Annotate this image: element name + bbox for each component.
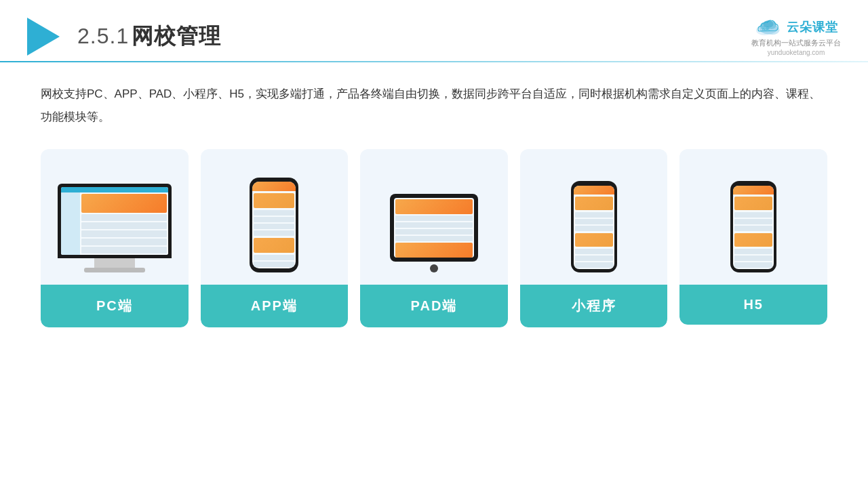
miniapp-row: [575, 226, 613, 231]
header: 2.5.1网校管理 云朵 云朵课堂 教育机构一站式服务云平台 yunduoket…: [0, 0, 868, 61]
h5-banner2: [734, 233, 772, 247]
tablet-frame: [390, 194, 478, 262]
app-label: APP端: [201, 285, 349, 327]
h5-phone-screen: [733, 186, 774, 269]
page-title-text: 网校管理: [132, 24, 221, 48]
tablet-banner2: [395, 243, 473, 258]
brand-name: 云朵课堂: [787, 19, 838, 35]
monitor-row: [81, 239, 167, 245]
h5-phone-topbar: [733, 186, 774, 195]
pc-label: PC端: [41, 285, 189, 327]
h5-phone-notch: [746, 181, 761, 184]
monitor-frame: [58, 184, 172, 258]
miniapp-banner2: [575, 233, 613, 247]
miniapp-row: [575, 256, 613, 261]
h5-row: [734, 249, 772, 254]
header-left: 2.5.1网校管理: [27, 18, 221, 56]
content-area: 网校支持PC、APP、PAD、小程序、H5，实现多端打通，产品各终端自由切换，数…: [0, 62, 868, 341]
pad-image-area: [360, 149, 508, 285]
description-text: 网校支持PC、APP、PAD、小程序、H5，实现多端打通，产品各终端自由切换，数…: [41, 83, 827, 129]
miniapp-phone-content: [574, 195, 614, 269]
miniapp-phone-mockup: [571, 181, 617, 272]
monitor-sidebar: [61, 192, 80, 255]
phone-row: [254, 255, 294, 260]
h5-phone-content: [733, 195, 774, 269]
tablet-home-button: [430, 264, 438, 272]
h5-row: [734, 256, 772, 261]
monitor-row: [81, 214, 167, 221]
monitor-screen: [61, 187, 168, 255]
tablet-row: [395, 222, 473, 228]
miniapp-phone-topbar: [574, 186, 614, 195]
desktop-mockup: [58, 184, 172, 272]
pad-label: PAD端: [360, 285, 508, 327]
h5-row: [734, 212, 772, 218]
h5-label: H5: [679, 285, 827, 325]
app-image-area: [201, 149, 349, 285]
app-phone-content: [252, 191, 296, 268]
h5-phone-mockup: [730, 181, 776, 272]
miniapp-row: [575, 212, 613, 218]
app-phone-mockup: [250, 178, 298, 272]
phone-banner: [254, 193, 294, 208]
h5-banner: [734, 197, 772, 210]
brand-tagline: 教育机构一站式服务云平台: [751, 38, 841, 48]
miniapp-phone-screen: [574, 186, 614, 269]
page-title-num: 2.5.1: [77, 24, 129, 48]
brand-logo: 云朵 云朵课堂: [754, 18, 838, 37]
monitor-row: [81, 222, 167, 229]
svg-text:云朵: 云朵: [762, 26, 770, 30]
monitor-banner: [81, 194, 167, 213]
h5-image-area: [679, 149, 827, 285]
miniapp-card: 小程序: [520, 149, 668, 327]
app-phone-topbar: [252, 182, 296, 191]
phone-banner2: [254, 238, 294, 253]
miniapp-image-area: [520, 149, 668, 285]
monitor-stand: [94, 258, 135, 268]
monitor-content: [61, 192, 168, 255]
pc-card: PC端: [41, 149, 189, 327]
h5-row: [734, 219, 772, 224]
phone-row: [254, 230, 294, 236]
tablet-mockup: [390, 194, 478, 272]
tablet-content: [394, 198, 474, 258]
tablet-banner: [395, 199, 473, 214]
header-right: 云朵 云朵课堂 教育机构一站式服务云平台 yunduoketang.com: [751, 18, 841, 56]
brand-url: yunduoketang.com: [768, 49, 825, 56]
monitor-topbar: [61, 187, 168, 192]
phone-row: [254, 262, 294, 267]
miniapp-row: [575, 262, 613, 268]
h5-card: H5: [679, 149, 827, 325]
pc-image-area: [41, 149, 189, 285]
tablet-screen: [394, 198, 474, 258]
h5-row: [734, 262, 772, 268]
app-card: APP端: [201, 149, 349, 327]
tablet-row: [395, 229, 473, 235]
tablet-row: [395, 216, 473, 221]
h5-row: [734, 226, 772, 231]
miniapp-phone-notch: [587, 181, 601, 184]
miniapp-row: [575, 249, 613, 254]
monitor-main: [80, 192, 168, 255]
cloud-icon: 云朵: [754, 18, 783, 37]
page-title: 2.5.1网校管理: [77, 22, 221, 52]
miniapp-banner: [575, 197, 613, 210]
miniapp-label: 小程序: [520, 285, 668, 327]
monitor-row: [81, 230, 167, 237]
monitor-row: [81, 247, 167, 253]
h5-phone-frame: [730, 181, 776, 272]
phone-row: [254, 224, 294, 229]
phone-row: [254, 210, 294, 216]
cards-row: PC端: [41, 149, 827, 327]
monitor-base: [84, 268, 145, 272]
logo-triangle-icon: [27, 18, 60, 56]
miniapp-row: [575, 219, 613, 224]
app-phone-frame: [250, 178, 298, 272]
pad-card: PAD端: [360, 149, 508, 327]
miniapp-phone-frame: [571, 181, 617, 272]
phone-row: [254, 217, 294, 222]
tablet-row: [395, 236, 473, 241]
app-phone-screen: [252, 182, 296, 268]
phone-notch: [266, 178, 282, 182]
